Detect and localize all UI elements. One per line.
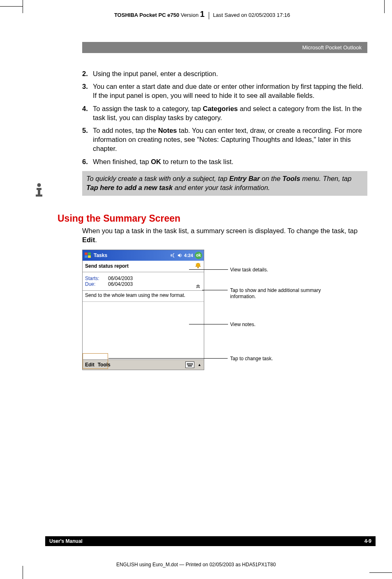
- info-icon: [31, 182, 47, 199]
- svg-rect-18: [191, 364, 191, 365]
- speaker-icon: [178, 253, 182, 258]
- step-4: 4. To assign the task to a category, tap…: [82, 104, 367, 123]
- svg-rect-7: [88, 255, 91, 258]
- pda-notes-area[interactable]: [83, 301, 204, 359]
- svg-point-8: [198, 267, 199, 268]
- version-number: 1: [200, 9, 205, 19]
- chevron-up-icon[interactable]: [196, 284, 201, 290]
- svg-rect-2: [38, 188, 40, 195]
- signal-icon: [170, 253, 176, 258]
- svg-rect-19: [192, 364, 193, 365]
- svg-rect-11: [188, 363, 189, 364]
- section-paragraph: When you tap a task in the task list, a …: [82, 227, 367, 245]
- tip-box: To quickly create a task with only a sub…: [82, 171, 367, 196]
- pda-screenshot: Tasks 4:24 ok Send status report: [82, 250, 204, 370]
- svg-rect-14: [192, 363, 193, 364]
- starts-label: Starts:: [85, 276, 108, 281]
- pda-clock: 4:24: [184, 253, 193, 258]
- svg-rect-6: [85, 255, 88, 258]
- footer-page: 4-9: [364, 538, 371, 544]
- pda-details-pane: Starts:06/04/2003 Due:06/04/2003: [83, 272, 204, 290]
- due-label: Due:: [85, 281, 108, 287]
- svg-rect-5: [88, 252, 91, 255]
- step-6: 6. When finished, tap OK to return to th…: [82, 157, 367, 167]
- separator: [209, 12, 209, 19]
- chapter-band: Microsoft Pocket Outlook: [82, 42, 367, 53]
- svg-rect-15: [187, 364, 188, 365]
- step-3: 3. You can enter a start date and due da…: [82, 82, 367, 100]
- edit-callout-box: [83, 353, 108, 369]
- svg-rect-12: [189, 363, 190, 364]
- svg-rect-4: [85, 252, 88, 255]
- svg-rect-17: [189, 364, 190, 365]
- footer-bar: User's Manual 4-9: [45, 536, 376, 546]
- step-2: 2. Using the input panel, enter a descri…: [82, 69, 367, 79]
- callout-toggle-summary: Tap to show and hide additional summary …: [230, 287, 321, 300]
- pda-titlebar[interactable]: Tasks 4:24 ok: [83, 250, 204, 261]
- footer-left: User's Manual: [49, 538, 83, 544]
- last-saved: Last Saved on 02/05/2003 17:16: [213, 12, 290, 18]
- pda-subject-text: Send status report: [85, 263, 129, 269]
- step-5: 5. To add notes, tap the Notes tab. You …: [82, 126, 367, 153]
- product-name: TOSHIBA Pocket PC e750: [114, 12, 179, 18]
- arrow-up-icon[interactable]: ▲: [198, 363, 201, 367]
- svg-rect-3: [36, 195, 42, 197]
- callout-change-task: Tap to change task.: [230, 356, 273, 362]
- callout-view-details: View task details.: [230, 267, 268, 273]
- section-heading: Using the Summary Screen: [58, 213, 367, 224]
- svg-rect-10: [187, 363, 188, 364]
- ok-button[interactable]: ok: [195, 252, 202, 259]
- version-label: Version: [181, 12, 198, 18]
- step-list: 2. Using the input panel, enter a descri…: [82, 69, 367, 167]
- footer-print-info: ENGLISH using Euro_M.dot — Printed on 02…: [0, 562, 392, 567]
- svg-point-0: [37, 183, 41, 187]
- windows-flag-icon: [84, 252, 92, 259]
- callout-view-notes: View notes.: [230, 322, 256, 328]
- pda-note-text: Send to the whole team using the new for…: [83, 291, 204, 301]
- keyboard-icon[interactable]: [185, 361, 194, 368]
- svg-rect-16: [188, 364, 189, 365]
- running-header: TOSHIBA Pocket PC e750 Version 1 Last Sa…: [29, 9, 376, 19]
- pda-subject-row[interactable]: Send status report: [83, 261, 204, 272]
- svg-rect-13: [191, 363, 191, 364]
- svg-rect-20: [188, 366, 192, 366]
- pda-app-title: Tasks: [94, 252, 107, 258]
